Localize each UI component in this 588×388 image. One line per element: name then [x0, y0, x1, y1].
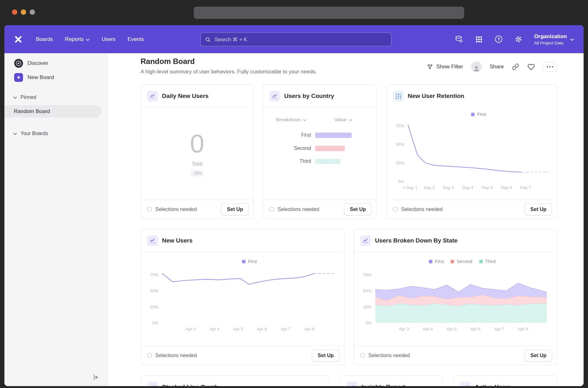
country-row-label: First — [263, 132, 315, 138]
legend-item-second[interactable]: Second — [451, 259, 472, 264]
chevron-down-icon — [303, 117, 306, 123]
show-filter-button[interactable]: Show Filter — [427, 64, 463, 70]
legend-swatch — [451, 260, 454, 263]
legend-item-first[interactable]: First — [471, 112, 486, 117]
sidebar: Discover + New Board Pinned Random Board… — [4, 53, 108, 386]
selections-needed-label: Selections needed — [155, 207, 197, 212]
discover-compass-icon — [14, 59, 23, 68]
legend-item-first[interactable]: First — [242, 259, 257, 264]
funnel-icon — [427, 64, 433, 70]
card-users-by-country: Users by Country Breakdown Value First — [263, 84, 377, 219]
card-title: Stacked Line Graph — [162, 384, 218, 386]
chart-legend: First — [162, 259, 337, 264]
window-close-button[interactable] — [12, 9, 17, 15]
svg-text:Day 5: Day 5 — [481, 185, 493, 190]
copy-link-icon[interactable] — [512, 63, 519, 71]
status-radio-icon — [393, 207, 398, 212]
mixpanel-logo-icon[interactable] — [14, 35, 22, 43]
more-options-button[interactable] — [543, 62, 557, 72]
svg-text:Apr 6: Apr 6 — [470, 327, 480, 331]
retention-chart: First75%50%25%0%< Day 1Day 2Day 3Day 4Da… — [391, 102, 552, 199]
selections-needed-label: Selections needed — [155, 353, 197, 358]
window-zoom-button[interactable] — [30, 9, 35, 15]
set-up-button[interactable]: Set Up — [221, 203, 249, 215]
window-minimize-button[interactable] — [21, 9, 26, 15]
svg-text:Apr 8: Apr 8 — [518, 327, 528, 331]
legend-item-first[interactable]: First — [429, 259, 444, 264]
breakdown-dropdown[interactable]: Breakdown — [276, 117, 306, 123]
navbar-right-cluster: ? Organization All Project Data — [455, 25, 584, 53]
svg-text:25%: 25% — [150, 305, 159, 309]
svg-text:Apr 7: Apr 7 — [494, 327, 504, 331]
help-icon[interactable]: ? — [494, 35, 503, 43]
metric-delta-badge: ↑0% — [190, 170, 204, 177]
sidebar-item-random-board[interactable]: Random Board — [4, 105, 101, 117]
sidebar-collapse-button[interactable] — [92, 374, 100, 382]
org-switcher[interactable]: Organization All Project Data — [534, 33, 574, 45]
card-title: Users by Country — [284, 93, 334, 100]
favorite-heart-icon[interactable] — [527, 63, 535, 71]
sidebar-item-new-board[interactable]: + New Board — [4, 70, 108, 84]
top-navbar: Boards Reports Users Events — [4, 25, 584, 53]
address-bar[interactable] — [194, 7, 464, 19]
chevron-down-icon — [13, 131, 17, 136]
sidebar-item-discover[interactable]: Discover — [4, 56, 108, 70]
card-new-user-retention: New User Retention First75%50%25%0%< Day… — [386, 84, 557, 219]
svg-text:Day 6: Day 6 — [501, 185, 512, 190]
plus-icon: + — [14, 73, 23, 82]
window-titlebar — [0, 0, 588, 25]
nav-events[interactable]: Events — [122, 36, 150, 43]
svg-text:50%: 50% — [150, 288, 159, 293]
share-label: Share — [490, 64, 504, 70]
line-chart-icon — [347, 382, 357, 386]
users-by-state-chart: FirstSecondThird75%50%25%0%Apr 3Apr 4Apr… — [358, 253, 552, 346]
board-item-label: Random Board — [14, 108, 50, 115]
org-project: All Project Data — [534, 41, 567, 45]
legend-item-third[interactable]: Third — [479, 259, 496, 264]
avatar[interactable] — [471, 61, 482, 72]
country-row-label: Second — [263, 146, 315, 151]
line-chart-icon — [269, 91, 280, 101]
set-up-button[interactable]: Set Up — [525, 203, 552, 215]
sidebar-section-your-boards[interactable]: Your Boards — [4, 128, 108, 139]
svg-text:75%: 75% — [396, 123, 404, 128]
country-row: First — [263, 132, 352, 138]
svg-text:Apr 3: Apr 3 — [399, 327, 409, 331]
board-actions: Show Filter Share — [427, 61, 557, 72]
sidebar-section-pinned[interactable]: Pinned — [4, 92, 108, 103]
set-up-button[interactable]: Set Up — [525, 350, 552, 362]
settings-gear-icon[interactable] — [514, 35, 523, 43]
svg-text:Apr 6: Apr 6 — [257, 327, 267, 331]
pinned-label: Pinned — [20, 94, 36, 100]
apps-grid-icon[interactable] — [475, 35, 483, 43]
svg-text:Apr 5: Apr 5 — [233, 327, 243, 331]
status-radio-icon — [360, 353, 365, 358]
card-title: Users Broken Down By State — [375, 237, 458, 244]
card-users-by-state: Users Broken Down By State FirstSecondTh… — [354, 229, 557, 365]
data-management-icon[interactable] — [455, 35, 463, 43]
svg-text:0%: 0% — [398, 179, 404, 184]
set-up-button[interactable]: Set Up — [312, 350, 339, 362]
new-board-label: New Board — [27, 74, 54, 81]
primary-nav: Boards Reports Users Events — [30, 36, 150, 43]
svg-text:0%: 0% — [152, 321, 159, 325]
search-bar[interactable] — [200, 32, 391, 46]
status-radio-icon — [147, 353, 152, 358]
line-chart-icon — [360, 235, 371, 246]
share-button[interactable]: Share — [490, 64, 504, 70]
card-stacked-line-graph: Stacked Line Graph — [141, 375, 329, 386]
nav-users[interactable]: Users — [95, 36, 121, 43]
chevron-down-icon — [570, 37, 574, 42]
search-input[interactable] — [214, 36, 387, 43]
value-dropdown[interactable]: Value — [334, 117, 352, 123]
nav-boards[interactable]: Boards — [30, 36, 59, 43]
nav-reports[interactable]: Reports — [59, 36, 96, 43]
card-title: Daily New Users — [162, 93, 209, 100]
card-title: New Users — [162, 237, 193, 244]
line-chart-icon — [147, 235, 158, 246]
svg-text:Day 4: Day 4 — [462, 185, 474, 190]
set-up-button[interactable]: Set Up — [344, 203, 372, 215]
status-radio-icon — [147, 207, 152, 212]
svg-text:Apr 3: Apr 3 — [186, 327, 196, 331]
legend-swatch — [429, 260, 432, 263]
